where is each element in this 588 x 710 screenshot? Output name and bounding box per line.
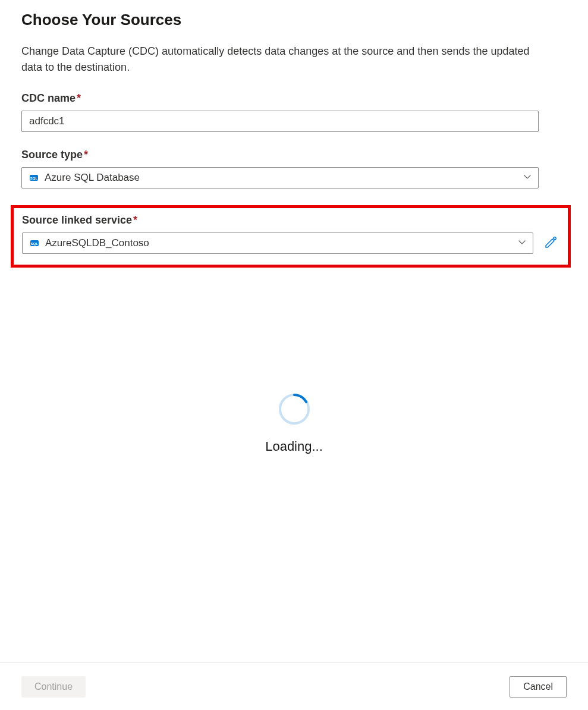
source-type-select[interactable]: SQL Azure SQL Database <box>21 167 539 189</box>
cancel-button[interactable]: Cancel <box>510 676 567 698</box>
page-title: Choose Your Sources <box>21 11 567 29</box>
linked-service-row: SQL AzureSQLDB_Contoso <box>22 233 559 254</box>
cdc-name-label: CDC name* <box>21 92 567 105</box>
spinner-icon <box>278 392 311 426</box>
sql-icon: SQL <box>30 238 39 248</box>
page-description: Change Data Capture (CDC) automatically … <box>21 43 545 76</box>
edit-linked-service-button[interactable] <box>542 234 559 253</box>
linked-service-label: Source linked service* <box>22 214 559 227</box>
continue-button[interactable]: Continue <box>21 676 86 698</box>
source-type-value: Azure SQL Database <box>45 172 140 184</box>
cdc-name-field-group: CDC name* <box>21 92 567 132</box>
highlighted-section: Source linked service* SQL AzureSQLDB_Co… <box>11 205 571 268</box>
form-content: Choose Your Sources Change Data Capture … <box>0 0 588 268</box>
cdc-name-input[interactable] <box>21 111 539 132</box>
svg-text:SQL: SQL <box>31 242 39 246</box>
pencil-icon <box>544 236 557 251</box>
source-type-label: Source type* <box>21 149 567 161</box>
linked-service-select[interactable]: SQL AzureSQLDB_Contoso <box>22 233 533 254</box>
loading-indicator: Loading... <box>0 392 588 454</box>
loading-text: Loading... <box>265 439 323 454</box>
required-asterisk: * <box>84 149 88 161</box>
linked-service-value: AzureSQLDB_Contoso <box>45 237 149 249</box>
svg-text:SQL: SQL <box>30 177 38 180</box>
linked-service-field-group: Source linked service* SQL AzureSQLDB_Co… <box>22 214 559 254</box>
source-type-field-group: Source type* SQL Azure SQL Database <box>21 149 567 189</box>
sql-icon: SQL <box>29 173 39 183</box>
footer: Continue Cancel <box>0 662 588 710</box>
required-asterisk: * <box>133 214 137 226</box>
linked-service-select-wrapper: SQL AzureSQLDB_Contoso <box>22 233 533 254</box>
required-asterisk: * <box>77 92 81 104</box>
source-type-select-wrapper: SQL Azure SQL Database <box>21 167 539 189</box>
